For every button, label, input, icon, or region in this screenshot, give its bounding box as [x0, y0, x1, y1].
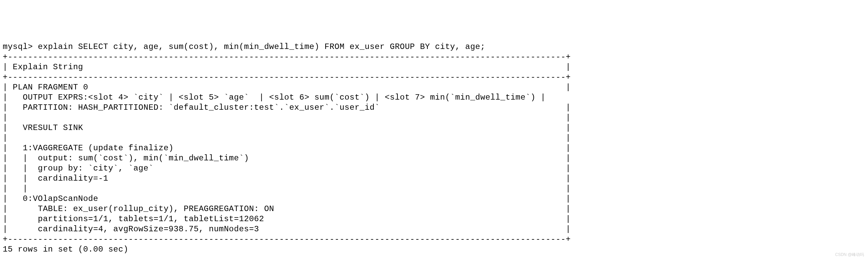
- plan-line: | OUTPUT EXPRS:<slot 4> `city` | <slot 5…: [3, 93, 545, 102]
- watermark: CSDN @峰动吗: [835, 252, 864, 257]
- table-border-top: +---------------------------------------…: [3, 52, 571, 61]
- plan-line: | | group by: `city`, `age` |: [3, 164, 571, 173]
- result-footer: 15 rows in set (0.00 sec): [3, 245, 129, 254]
- table-border-bottom: +---------------------------------------…: [3, 235, 571, 244]
- plan-line: | cardinality=4, avgRowSize=938.75, numN…: [3, 225, 571, 234]
- mysql-prompt: mysql>: [3, 42, 38, 51]
- table-header-row: | Explain String |: [3, 62, 571, 72]
- plan-line: | | |: [3, 184, 571, 193]
- plan-line: | partitions=1/1, tablets=1/1, tabletLis…: [3, 214, 571, 224]
- plan-line: | 0:VOlapScanNode |: [3, 194, 571, 203]
- plan-line: | TABLE: ex_user(rollup_city), PREAGGREG…: [3, 204, 571, 213]
- plan-line: | | output: sum(`cost`), min(`min_dwell_…: [3, 154, 571, 163]
- plan-line: | VRESULT SINK |: [3, 123, 571, 132]
- plan-line: | 1:VAGGREGATE (update finalize) |: [3, 144, 571, 153]
- terminal-output: mysql> explain SELECT city, age, sum(cos…: [3, 42, 865, 255]
- plan-line: | | cardinality=-1 |: [3, 174, 571, 183]
- table-border-mid: +---------------------------------------…: [3, 73, 571, 82]
- plan-line: | PLAN FRAGMENT 0 |: [3, 83, 571, 92]
- plan-line: | |: [3, 133, 571, 142]
- plan-line: | |: [3, 113, 571, 122]
- sql-command: explain SELECT city, age, sum(cost), min…: [38, 42, 485, 51]
- plan-line: | PARTITION: HASH_PARTITIONED: `default_…: [3, 103, 571, 112]
